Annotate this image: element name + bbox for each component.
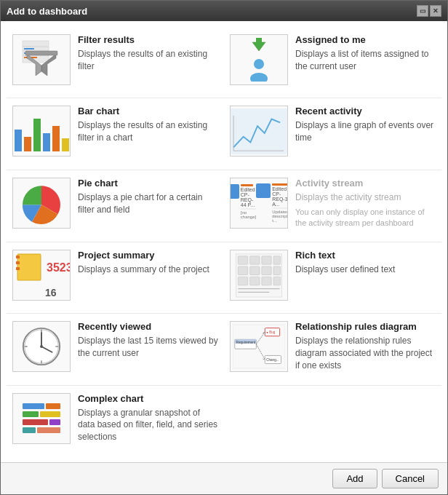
svg-rect-28 (262, 266, 271, 274)
title-bar-controls: ▭ ✕ (417, 5, 441, 17)
item-project-summary[interactable]: 3523 16 Project summary Displays a summa… (7, 242, 224, 314)
svg-rect-23 (250, 256, 260, 264)
activity-stream-text: Activity stream Displays the activity st… (295, 178, 436, 229)
svg-rect-27 (250, 266, 260, 274)
filter-results-icon (12, 34, 71, 85)
svg-rect-20 (16, 267, 20, 270)
rich-text-desc: Displays user defined text (295, 264, 436, 276)
item-relationship-rules[interactable]: Requirement ● Bug Chang... Relationship (224, 314, 441, 385)
svg-rect-29 (273, 266, 281, 274)
relationship-rules-text: Relationship rules diagram Displays the … (295, 321, 436, 371)
item-activity-stream[interactable]: Edited CP-REQ-44 P... [no change] Edited… (224, 170, 441, 242)
svg-point-12 (254, 59, 264, 69)
svg-rect-19 (16, 261, 20, 264)
svg-rect-22 (238, 256, 247, 264)
svg-rect-33 (273, 277, 281, 285)
rich-text-text: Rich text Displays user defined text (295, 250, 436, 276)
item-assigned-to-me[interactable]: Assigned to me Displays a list of items … (224, 27, 441, 98)
activity-stream-desc: Displays the activity stream (295, 191, 436, 204)
relationship-rules-icon: Requirement ● Bug Chang... (230, 321, 288, 372)
item-pie-chart[interactable]: Pie chart Displays a pie chart for a cer… (7, 170, 224, 242)
svg-rect-17 (17, 254, 41, 280)
recently-viewed-title: Recently viewed (78, 321, 218, 332)
footer: Add Cancel (1, 462, 447, 494)
svg-rect-30 (238, 277, 247, 285)
items-grid: Filter results Displays the results of a… (1, 21, 447, 462)
recent-activity-icon (230, 106, 288, 157)
close-button[interactable]: ✕ (430, 5, 441, 17)
rich-text-title: Rich text (295, 250, 436, 261)
svg-text:Requirement: Requirement (236, 341, 256, 344)
recent-activity-desc: Displays a line graph of events over tim… (295, 119, 436, 144)
relationship-rules-title: Relationship rules diagram (295, 321, 436, 332)
recently-viewed-icon (12, 321, 71, 372)
relationship-rules-desc: Displays the relationship rules diagram … (295, 335, 436, 371)
item-recent-activity[interactable]: Recent activity Displays a line graph of… (224, 98, 441, 170)
recently-viewed-text: Recently viewed Displays the last 15 ite… (78, 321, 218, 360)
title-bar: Add to dashboard ▭ ✕ (1, 1, 447, 21)
filter-results-text: Filter results Displays the results of a… (78, 34, 218, 73)
filter-results-desc: Displays the results of an existing filt… (78, 48, 218, 73)
complex-chart-desc: Displays a granular snapshot of data bas… (78, 407, 218, 443)
pie-chart-desc: Displays a pie chart for a certain filte… (78, 191, 218, 216)
bar-chart-title: Bar chart (78, 106, 218, 116)
dialog-title: Add to dashboard (7, 6, 87, 17)
activity-stream-title: Activity stream (295, 178, 436, 189)
bar-chart-text: Bar chart Displays the results of an exi… (78, 106, 218, 144)
svg-rect-18 (16, 256, 20, 258)
item-rich-text[interactable]: Rich text Displays user defined text (224, 242, 441, 314)
svg-point-40 (40, 345, 43, 348)
svg-text:● Bug: ● Bug (266, 330, 276, 334)
pie-chart-text: Pie chart Displays a pie chart for a cer… (78, 178, 218, 216)
complex-chart-icon (12, 393, 71, 444)
cancel-button[interactable]: Cancel (382, 469, 439, 488)
recent-activity-title: Recent activity (295, 106, 436, 116)
add-button[interactable]: Add (332, 469, 377, 488)
project-summary-title: Project summary (78, 250, 218, 261)
assigned-to-me-icon (230, 34, 288, 85)
bar-chart-icon (12, 106, 71, 157)
restore-button[interactable]: ▭ (417, 5, 428, 17)
svg-rect-31 (250, 277, 260, 285)
svg-rect-26 (238, 266, 247, 274)
project-summary-desc: Displays a summary of the project (78, 264, 218, 276)
svg-text:Chang...: Chang... (266, 358, 279, 362)
item-filter-results[interactable]: Filter results Displays the results of a… (7, 27, 224, 98)
pie-chart-icon (12, 178, 71, 229)
pie-chart-title: Pie chart (78, 178, 218, 189)
complex-chart-text: Complex chart Displays a granular snapsh… (78, 393, 218, 443)
item-complex-chart[interactable]: Complex chart Displays a granular snapsh… (7, 386, 224, 456)
project-summary-icon: 3523 16 (12, 250, 71, 301)
assigned-to-me-desc: Displays a list of items assigned to the… (295, 48, 436, 73)
recent-activity-text: Recent activity Displays a line graph of… (295, 106, 436, 144)
dialog: Add to dashboard ▭ ✕ (0, 0, 448, 495)
svg-rect-32 (262, 277, 271, 285)
svg-rect-24 (262, 256, 271, 264)
svg-rect-9 (25, 51, 57, 55)
svg-rect-14 (231, 108, 287, 154)
assigned-to-me-text: Assigned to me Displays a list of items … (295, 34, 436, 73)
complex-chart-title: Complex chart (78, 393, 218, 404)
bar-chart-desc: Displays the results of an existing filt… (78, 119, 218, 144)
rich-text-icon (230, 250, 288, 301)
item-bar-chart[interactable]: Bar chart Displays the results of an exi… (7, 98, 224, 170)
item-recently-viewed[interactable]: Recently viewed Displays the last 15 ite… (7, 314, 224, 385)
svg-rect-11 (256, 38, 262, 44)
project-summary-text: Project summary Displays a summary of th… (78, 250, 218, 276)
svg-rect-4 (24, 48, 34, 50)
svg-rect-25 (273, 256, 281, 264)
recently-viewed-desc: Displays the last 15 items viewed by the… (78, 335, 218, 360)
activity-stream-icon: Edited CP-REQ-44 P... [no change] Edited… (230, 178, 288, 229)
assigned-to-me-title: Assigned to me (295, 34, 436, 45)
filter-results-title: Filter results (78, 34, 218, 45)
activity-stream-extra: You can only display one instance of the… (295, 207, 436, 229)
svg-point-13 (250, 73, 268, 82)
